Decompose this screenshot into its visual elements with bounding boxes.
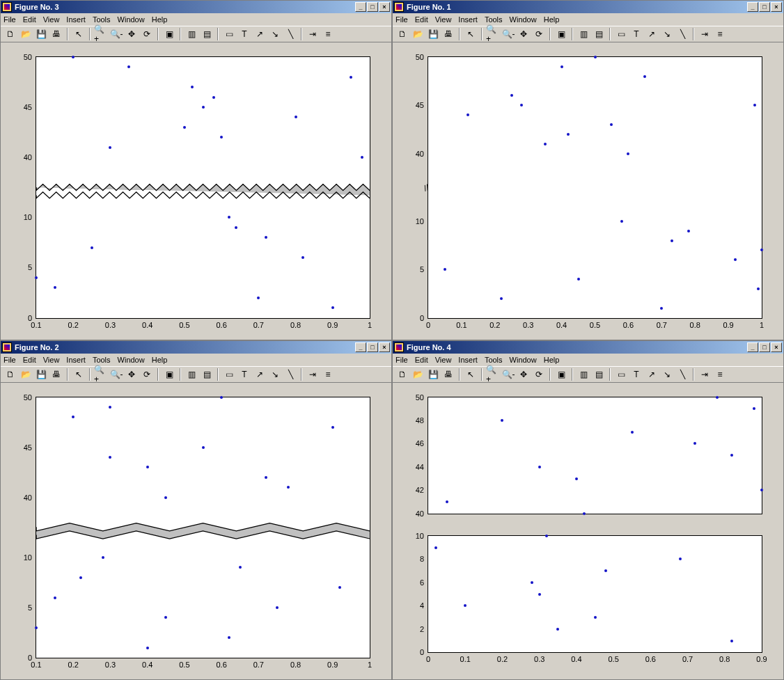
new-icon[interactable]: 🗋 [3,27,17,41]
arrow2-icon[interactable]: ↗ [253,367,267,381]
props-icon[interactable]: ≡ [713,27,727,41]
line-icon[interactable]: ╲ [675,367,689,381]
menu-file[interactable]: File [395,15,408,24]
axes[interactable]: 05104045500.10.20.30.40.50.60.70.80.91 [36,397,370,659]
close-button[interactable]: × [771,2,782,12]
new-icon[interactable]: 🗋 [395,27,409,41]
menu-file[interactable]: File [3,356,16,364]
print-icon[interactable]: 🖶 [49,367,63,381]
props-icon[interactable]: ≡ [713,367,727,381]
pan-icon[interactable]: ✥ [125,27,139,41]
arrow-icon[interactable]: ↘ [660,27,674,41]
axes[interactable]: 404244464850 [428,397,762,514]
save-icon[interactable]: 💾 [426,367,440,381]
line-icon[interactable]: ╲ [675,27,689,41]
data-cursor-icon[interactable]: ▣ [162,27,176,41]
rotate-icon[interactable]: ⟳ [532,27,546,41]
zoom-in-icon[interactable]: 🔍+ [94,367,108,381]
menu-view[interactable]: View [43,15,60,24]
rotate-icon[interactable]: ⟳ [532,367,546,381]
maximize-button[interactable]: □ [759,342,770,352]
menu-edit[interactable]: Edit [23,15,36,24]
menu-file[interactable]: File [3,15,16,24]
rotate-icon[interactable]: ⟳ [140,27,154,41]
menu-tools[interactable]: Tools [485,15,503,24]
menu-edit[interactable]: Edit [23,356,36,364]
pointer-icon[interactable]: ↖ [464,27,478,41]
menu-window[interactable]: Window [118,356,145,364]
rect-icon[interactable]: ▭ [222,27,236,41]
align-icon[interactable]: ⇥ [306,27,320,41]
pointer-icon[interactable]: ↖ [72,367,86,381]
menu-help[interactable]: Help [544,356,560,364]
menu-insert[interactable]: Insert [66,15,86,24]
new-icon[interactable]: 🗋 [395,367,409,381]
menu-tools[interactable]: Tools [93,356,111,364]
axes[interactable]: 024681000.10.20.30.40.50.60.70.80.9 [428,535,762,653]
menu-tools[interactable]: Tools [485,356,503,364]
save-icon[interactable]: 💾 [34,27,48,41]
data-cursor-icon[interactable]: ▣ [554,27,568,41]
menu-insert[interactable]: Insert [458,356,478,364]
rect-icon[interactable]: ▭ [222,367,236,381]
legend-icon[interactable]: ▤ [200,27,214,41]
menu-edit[interactable]: Edit [415,15,428,24]
line-icon[interactable]: ╲ [283,367,297,381]
align-icon[interactable]: ⇥ [698,367,712,381]
legend-icon[interactable]: ▤ [592,367,606,381]
pointer-icon[interactable]: ↖ [464,367,478,381]
menu-help[interactable]: Help [152,356,168,364]
zoom-in-icon[interactable]: 🔍+ [486,27,500,41]
legend-icon[interactable]: ▤ [200,367,214,381]
maximize-button[interactable]: □ [367,342,378,352]
colorbar-icon[interactable]: ▥ [185,27,198,41]
open-icon[interactable]: 📂 [411,27,425,41]
new-icon[interactable]: 🗋 [3,367,17,381]
save-icon[interactable]: 💾 [34,367,48,381]
menu-window[interactable]: Window [510,15,537,24]
colorbar-icon[interactable]: ▥ [577,367,590,381]
menu-help[interactable]: Help [152,15,168,24]
save-icon[interactable]: 💾 [426,27,440,41]
arrow2-icon[interactable]: ↗ [253,27,267,41]
menu-window[interactable]: Window [510,356,537,364]
pan-icon[interactable]: ✥ [517,367,531,381]
pan-icon[interactable]: ✥ [517,27,531,41]
zoom-out-icon[interactable]: 🔍- [109,27,123,41]
menu-insert[interactable]: Insert [458,15,478,24]
minimize-button[interactable]: _ [747,342,758,352]
text-icon[interactable]: T [629,27,643,41]
arrow-icon[interactable]: ↘ [268,27,282,41]
print-icon[interactable]: 🖶 [441,367,455,381]
minimize-button[interactable]: _ [747,2,758,12]
maximize-button[interactable]: □ [759,2,770,12]
close-button[interactable]: × [379,2,390,12]
props-icon[interactable]: ≡ [321,367,335,381]
legend-icon[interactable]: ▤ [592,27,606,41]
pointer-icon[interactable]: ↖ [72,27,86,41]
zoom-in-icon[interactable]: 🔍+ [94,27,108,41]
zoom-out-icon[interactable]: 🔍- [501,367,515,381]
text-icon[interactable]: T [237,367,251,381]
zoom-in-icon[interactable]: 🔍+ [486,367,500,381]
text-icon[interactable]: T [237,27,251,41]
rect-icon[interactable]: ▭ [614,367,628,381]
menu-edit[interactable]: Edit [415,356,428,364]
menu-view[interactable]: View [435,356,452,364]
menu-help[interactable]: Help [544,15,560,24]
open-icon[interactable]: 📂 [19,27,33,41]
close-button[interactable]: × [771,342,782,352]
props-icon[interactable]: ≡ [321,27,335,41]
arrow2-icon[interactable]: ↗ [645,27,659,41]
minimize-button[interactable]: _ [355,342,366,352]
open-icon[interactable]: 📂 [411,367,425,381]
maximize-button[interactable]: □ [367,2,378,12]
minimize-button[interactable]: _ [355,2,366,12]
close-button[interactable]: × [379,342,390,352]
arrow-icon[interactable]: ↘ [660,367,674,381]
align-icon[interactable]: ⇥ [306,367,320,381]
data-cursor-icon[interactable]: ▣ [554,367,568,381]
axes[interactable]: 05104045500.10.20.30.40.50.60.70.80.91 [36,56,370,319]
axes[interactable]: 051040455000.10.20.30.40.50.60.70.80.91/… [428,56,762,319]
menu-view[interactable]: View [435,15,452,24]
